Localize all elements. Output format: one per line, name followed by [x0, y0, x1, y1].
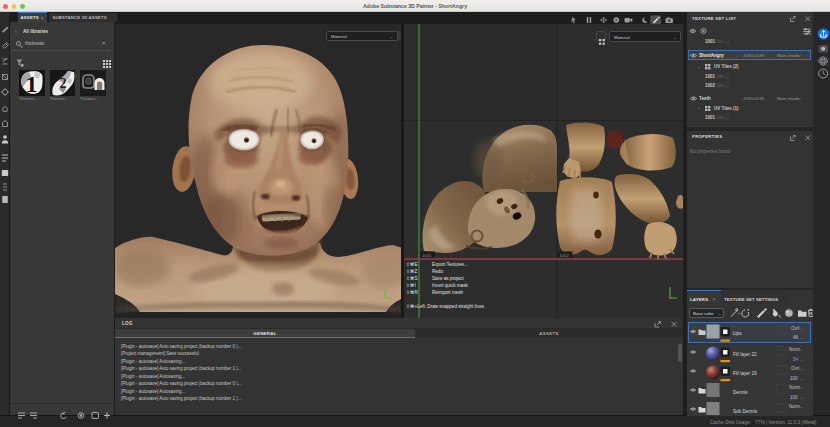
svg-text:Norm: Norm — [789, 385, 800, 390]
svg-text:1: 1 — [26, 71, 38, 97]
svg-text:⌄: ⌄ — [800, 385, 803, 390]
svg-text:Ovrl: Ovrl — [791, 366, 799, 371]
svg-text:2: 2 — [59, 76, 66, 91]
svg-text:Fill layer 19: Fill layer 19 — [733, 371, 757, 376]
svg-text:⌄: ⌄ — [800, 347, 803, 352]
svg-text:54: 54 — [793, 357, 799, 362]
svg-text:100: 100 — [790, 395, 798, 400]
svg-text:Dermis: Dermis — [733, 390, 748, 395]
svg-text:⌄: ⌄ — [800, 326, 803, 331]
svg-text:Sub Dermis: Sub Dermis — [733, 409, 758, 414]
svg-text:1001: 1001 — [422, 253, 432, 258]
svg-text:1002: 1002 — [560, 253, 570, 258]
svg-text:Lips: Lips — [733, 331, 742, 336]
svg-text:Norm: Norm — [789, 347, 800, 352]
svg-text:Fill layer 22: Fill layer 22 — [733, 352, 757, 357]
svg-text:Norm: Norm — [789, 404, 800, 409]
svg-text:100: 100 — [790, 376, 798, 381]
svg-text:Ovrl: Ovrl — [791, 326, 799, 331]
svg-text:⌄: ⌄ — [800, 376, 803, 381]
svg-text:⌄: ⌄ — [800, 335, 803, 340]
svg-text:⌄: ⌄ — [800, 395, 803, 400]
svg-text:⌄: ⌄ — [800, 357, 803, 362]
svg-text:46: 46 — [793, 335, 799, 340]
svg-text:⌄: ⌄ — [800, 404, 803, 409]
svg-text:⌄: ⌄ — [800, 366, 803, 371]
